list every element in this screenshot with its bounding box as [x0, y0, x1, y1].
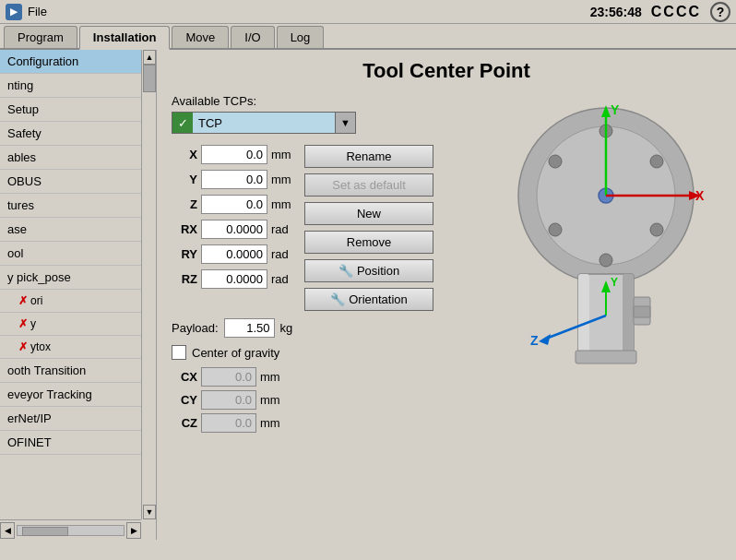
app-name: File: [28, 5, 47, 18]
scroll-thumb-h[interactable]: [22, 527, 68, 536]
svg-point-6: [599, 254, 612, 267]
tab-move[interactable]: Move: [172, 26, 229, 48]
sidebar-item-pick-pose[interactable]: y pick_pose: [0, 266, 156, 290]
sidebar-item-mounting[interactable]: nting: [0, 74, 156, 98]
svg-point-7: [549, 223, 562, 236]
tcp-dropdown[interactable]: ✓ TCP ▼: [172, 112, 356, 134]
new-button[interactable]: New: [304, 202, 433, 225]
z-input[interactable]: [201, 195, 267, 214]
x-icon-ytox: ✗: [18, 340, 28, 353]
ry-label: RY: [172, 247, 197, 261]
sidebar-item-y[interactable]: ✗y: [0, 313, 156, 336]
tab-log[interactable]: Log: [277, 26, 325, 48]
field-row-rx: RX rad: [172, 220, 297, 239]
tcp-dropdown-check: ✓: [172, 113, 193, 133]
tcp-dropdown-arrow[interactable]: ▼: [335, 113, 355, 133]
orientation-button[interactable]: 🔧Orientation: [304, 288, 433, 311]
y-unit: mm: [271, 173, 297, 186]
rz-label: RZ: [172, 272, 197, 286]
scroll-right-arrow[interactable]: ▶: [126, 522, 141, 539]
sidebar-item-configuration[interactable]: Configuration: [0, 50, 156, 74]
remove-button[interactable]: Remove: [304, 231, 433, 254]
tab-io[interactable]: I/O: [231, 26, 274, 48]
x-icon-y: ✗: [18, 317, 28, 330]
cog-label: Center of gravity: [192, 346, 279, 360]
cx-label: CX: [172, 370, 197, 384]
sidebar-item-base[interactable]: ase: [0, 218, 156, 242]
scroll-thumb-v[interactable]: [143, 65, 156, 92]
svg-text:X: X: [695, 188, 705, 203]
rename-button[interactable]: Rename: [304, 145, 433, 168]
svg-point-8: [549, 155, 562, 168]
tcp-diagram: Y X: [500, 94, 712, 380]
tab-program[interactable]: Program: [4, 26, 77, 48]
tcp-left-panel: Available TCPs: ✓ TCP ▼ X mm: [172, 94, 481, 436]
svg-point-4: [650, 155, 663, 168]
page-title: Tool Center Point: [172, 59, 721, 83]
x-unit: mm: [271, 148, 297, 161]
sidebar-item-setup[interactable]: Setup: [0, 98, 156, 122]
set-default-button[interactable]: Set as default: [304, 173, 433, 197]
sidebar-item-smooth-transition[interactable]: ooth Transition: [0, 359, 156, 383]
wrench2-icon: 🔧: [330, 292, 345, 306]
x-icon-ori: ✗: [18, 294, 28, 307]
fields-column: X mm Y mm Z: [172, 145, 297, 311]
wrench-icon: 🔧: [338, 264, 353, 278]
available-tcps-label: Available TCPs:: [172, 94, 481, 108]
x-input[interactable]: [201, 145, 267, 164]
sidebar-item-modbus[interactable]: OBUS: [0, 170, 156, 194]
position-button[interactable]: 🔧Position: [304, 259, 433, 282]
rz-input[interactable]: [201, 269, 267, 289]
cog-checkbox[interactable]: [172, 345, 186, 360]
help-button[interactable]: ?: [710, 2, 730, 22]
sidebar-item-safety[interactable]: Safety: [0, 122, 156, 146]
sidebar-item-variables[interactable]: ables: [0, 146, 156, 170]
svg-rect-17: [623, 274, 634, 357]
sidebar-item-tool[interactable]: ool: [0, 242, 156, 266]
field-row-z: Z mm: [172, 195, 297, 214]
z-unit: mm: [271, 197, 297, 211]
sidebar-scrollbar-v[interactable]: ▲ ▼: [141, 50, 156, 519]
sidebar-item-features[interactable]: tures: [0, 194, 156, 218]
cog-cz-row: CZ mm: [172, 413, 481, 433]
cy-label: CY: [172, 393, 197, 407]
svg-marker-25: [539, 334, 551, 345]
field-row-rz: RZ rad: [172, 269, 297, 289]
sidebar-scrollbar-h[interactable]: ◀ ▶: [0, 519, 141, 540]
y-input[interactable]: [201, 170, 267, 189]
sidebar: Configuration nting Setup Safety ables O…: [0, 50, 157, 540]
svg-text:Z: Z: [530, 333, 539, 348]
sidebar-item-ethernet-ip[interactable]: erNet/IP: [0, 407, 156, 431]
payload-row: Payload: kg: [172, 318, 481, 338]
payload-input[interactable]: [224, 318, 275, 338]
scroll-track-h: [17, 525, 125, 536]
clock: 23:56:48: [590, 5, 642, 19]
fields-and-buttons: X mm Y mm Z: [172, 145, 481, 311]
cog-checkbox-row: Center of gravity: [172, 345, 481, 360]
sidebar-item-ori[interactable]: ✗ori: [0, 290, 156, 313]
rx-label: RX: [172, 222, 197, 236]
ry-input[interactable]: [201, 244, 267, 264]
tcp-section: Available TCPs: ✓ TCP ▼ X mm: [172, 94, 721, 436]
sidebar-item-ytox[interactable]: ✗ytox: [0, 336, 156, 359]
buttons-column: Rename Set as default New Remove 🔧Positi…: [304, 145, 433, 311]
main-layout: Configuration nting Setup Safety ables O…: [0, 50, 736, 540]
svg-text:Y: Y: [611, 102, 620, 117]
sidebar-item-profinet[interactable]: OFINET: [0, 431, 156, 455]
cz-input: [201, 413, 256, 433]
sidebar-item-conveyor-tracking[interactable]: eveyor Tracking: [0, 383, 156, 407]
app-icon: ▶: [6, 4, 22, 20]
tab-installation[interactable]: Installation: [79, 26, 171, 50]
y-label: Y: [172, 173, 197, 186]
svg-text:Y: Y: [611, 276, 618, 289]
field-row-x: X mm: [172, 145, 297, 164]
scroll-up-arrow[interactable]: ▲: [143, 50, 156, 65]
tcp-visual-panel: Y X: [500, 94, 721, 436]
field-row-y: Y mm: [172, 170, 297, 189]
scroll-left-arrow[interactable]: ◀: [0, 522, 15, 539]
rx-input[interactable]: [201, 220, 267, 239]
scroll-down-arrow[interactable]: ▼: [143, 505, 156, 519]
cog-cx-row: CX mm: [172, 367, 481, 387]
cog-cy-row: CY mm: [172, 390, 481, 410]
svg-rect-16: [578, 274, 589, 357]
